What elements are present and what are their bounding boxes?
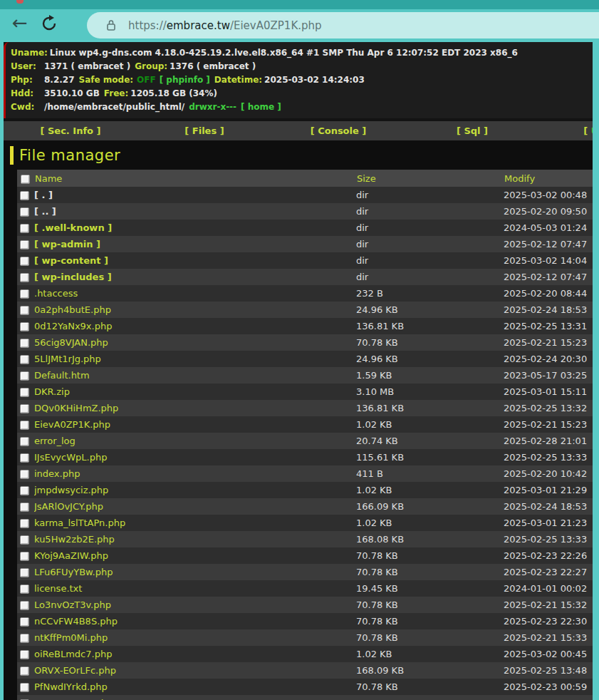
file-name-link[interactable]: Default.htm	[34, 370, 90, 381]
column-header-modify[interactable]: Modify	[504, 170, 593, 187]
row-checkbox[interactable]	[20, 519, 29, 528]
row-checkbox[interactable]	[20, 568, 29, 577]
file-name-link[interactable]: 0a2ph4butE.php	[34, 304, 111, 315]
row-checkbox[interactable]	[20, 503, 29, 512]
table-row: ntKffPm0Mi.php 70.78 KB 2025-02-21 15:33	[17, 629, 593, 646]
file-name-link[interactable]: ORVX-EOrLFc.php	[34, 665, 116, 676]
file-name-link[interactable]: KYoj9AaZIW.php	[34, 550, 108, 561]
file-name-link[interactable]: 56cig8VJAN.php	[34, 337, 108, 348]
file-name-link[interactable]: [ .. ]	[34, 206, 56, 217]
file-name-link[interactable]: karma_lslTtAPn.php	[34, 518, 125, 528]
file-modify: 2025-02-20 09:50	[504, 203, 593, 220]
nav-tab-update[interactable]: [ UPdate	[539, 121, 593, 140]
row-name-cell: EievA0ZP1K.php	[34, 416, 356, 433]
column-header-name[interactable]: Name	[34, 170, 356, 187]
file-name-link[interactable]: .htaccess	[34, 288, 78, 299]
row-name-cell: 0a2ph4butE.php	[34, 302, 356, 318]
cwd-perm-link[interactable]: drwxr-x---	[189, 102, 236, 112]
file-name-link[interactable]: DKR.zip	[34, 386, 70, 397]
file-name-link[interactable]: oiReBLmdc7.php	[34, 649, 112, 659]
phpinfo-link[interactable]: [ phpinfo ]	[160, 75, 210, 85]
file-size: 70.78 KB	[356, 334, 504, 351]
file-modify: 2025-02-24 20:30	[504, 351, 593, 367]
row-checkbox[interactable]	[20, 289, 29, 299]
table-row: nCCvFW4B8S.php 70.78 KB 2025-02-23 22:30	[17, 613, 593, 629]
back-button[interactable]: ←	[9, 12, 31, 35]
file-name-link[interactable]: [ wp-content ]	[34, 255, 108, 266]
file-modify: 2025-03-02 00:45	[504, 646, 593, 662]
table-row: JsARlOvJCY.php 166.09 KB 2025-02-24 18:5…	[17, 498, 593, 515]
refresh-button[interactable]	[40, 14, 58, 33]
row-checkbox-cell	[17, 547, 34, 564]
row-checkbox[interactable]	[20, 421, 29, 430]
row-checkbox[interactable]	[20, 470, 29, 479]
row-checkbox[interactable]	[20, 453, 29, 463]
file-name-link[interactable]: [ .well-known ]	[34, 222, 112, 233]
home-link[interactable]: [ home ]	[241, 102, 281, 112]
row-checkbox[interactable]	[20, 306, 29, 315]
file-name-link[interactable]: LFu6FUyYBw.php	[34, 567, 113, 577]
file-name-link[interactable]: EievA0ZP1K.php	[34, 419, 110, 430]
file-name-link[interactable]: nCCvFW4B8S.php	[34, 616, 118, 627]
file-name-link[interactable]: [ . ]	[34, 190, 53, 200]
file-name-link[interactable]: jmpdwsyciz.php	[34, 485, 108, 495]
row-name-cell: [ wp-includes ]	[34, 269, 356, 285]
nav-tab-sql[interactable]: [ Sql ]	[405, 121, 539, 140]
file-name-link[interactable]: Lo3nvOzT3v.php	[34, 599, 111, 610]
url-bar[interactable]: https://embrace.tw/EievA0ZP1K.php	[87, 12, 599, 38]
row-checkbox[interactable]	[20, 634, 29, 643]
row-checkbox[interactable]	[20, 355, 29, 364]
nav-tab-console[interactable]: [ Console ]	[271, 121, 405, 140]
row-checkbox[interactable]	[20, 650, 29, 659]
lock-icon[interactable]	[106, 19, 116, 31]
select-all-checkbox[interactable]	[21, 175, 30, 184]
row-checkbox[interactable]	[20, 191, 29, 200]
row-checkbox[interactable]	[20, 257, 29, 266]
column-header-size[interactable]: Size	[356, 170, 504, 187]
row-checkbox-cell	[17, 629, 34, 646]
file-name-link[interactable]: index.php	[34, 468, 80, 479]
file-name-link[interactable]: IJsEvycWpL.php	[34, 452, 107, 463]
browser-tab-strip	[0, 0, 599, 9]
row-checkbox[interactable]	[20, 666, 29, 676]
row-checkbox[interactable]	[20, 388, 29, 397]
file-name-link[interactable]: DQv0KHiHmZ.php	[34, 403, 118, 413]
row-checkbox[interactable]	[20, 585, 29, 594]
file-name-link[interactable]: PfNwdIYrkd.php	[34, 681, 108, 692]
row-name-cell: ntKffPm0Mi.php	[34, 629, 356, 646]
url-text[interactable]: https://embrace.tw/EievA0ZP1K.php	[128, 19, 322, 32]
row-checkbox[interactable]	[20, 552, 29, 561]
uname-value: Linux wp4.g-dns.com 4.18.0-425.19.2.lve.…	[50, 48, 518, 58]
file-name-link[interactable]: ku5Hw2zb2E.php	[34, 534, 115, 545]
row-checkbox[interactable]	[20, 273, 29, 282]
file-size: 70.78 KB	[356, 547, 504, 564]
row-checkbox[interactable]	[20, 486, 29, 495]
row-checkbox-cell	[17, 646, 34, 662]
file-name-link[interactable]: [ wp-includes ]	[34, 272, 112, 282]
nav-tab-files[interactable]: [ Files ]	[137, 121, 271, 140]
row-checkbox[interactable]	[20, 207, 29, 217]
file-name-link[interactable]: 5LlJMt1rJg.php	[34, 354, 101, 364]
file-name-link[interactable]: error_log	[34, 436, 75, 446]
file-size: 70.78 KB	[356, 597, 504, 613]
row-checkbox[interactable]	[20, 322, 29, 331]
row-checkbox[interactable]	[20, 224, 29, 233]
uname-label: Uname:	[11, 46, 48, 60]
row-checkbox[interactable]	[20, 371, 29, 381]
row-checkbox[interactable]	[20, 683, 29, 692]
file-name-link[interactable]: [ wp-admin ]	[34, 239, 100, 249]
row-checkbox[interactable]	[20, 240, 29, 249]
row-checkbox[interactable]	[20, 601, 29, 610]
user-label: User:	[11, 60, 42, 73]
row-checkbox[interactable]	[20, 535, 29, 545]
row-checkbox[interactable]	[20, 617, 29, 627]
table-row: 0a2ph4butE.php 24.96 KB 2025-02-24 18:53	[17, 302, 593, 318]
file-name-link[interactable]: license.txt	[34, 583, 82, 594]
nav-tab-sec-info[interactable]: [ Sec. Info ]	[4, 121, 137, 140]
row-checkbox[interactable]	[20, 339, 29, 348]
file-name-link[interactable]: JsARlOvJCY.php	[34, 501, 103, 512]
file-name-link[interactable]: 0d12YaNx9x.php	[34, 321, 112, 331]
file-name-link[interactable]: ntKffPm0Mi.php	[34, 632, 108, 643]
row-checkbox[interactable]	[20, 404, 29, 413]
row-checkbox[interactable]	[20, 437, 29, 446]
